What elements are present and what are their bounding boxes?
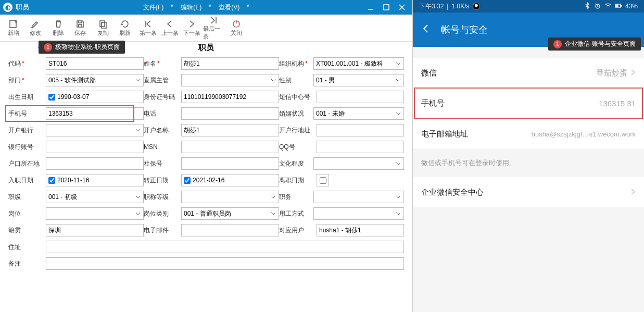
close-button[interactable] [395, 2, 409, 13]
close-form-button[interactable]: 关闭 [226, 17, 247, 40]
label-leavedate: 离职日期 [279, 176, 317, 185]
input-acctname[interactable] [181, 124, 279, 136]
label-smscenter: 短信中心号 [279, 93, 317, 102]
item-security[interactable]: 企业微信安全中心 [413, 177, 644, 207]
input-phone[interactable] [46, 107, 144, 120]
edit-button[interactable]: 修改 [25, 17, 46, 40]
input-user[interactable] [317, 224, 404, 236]
checkbox-leave[interactable] [320, 177, 326, 184]
menu-file-arrow: ▾ [171, 3, 173, 12]
next-button[interactable]: 下一条 [181, 17, 202, 40]
input-hukou[interactable] [46, 157, 144, 170]
alarm-icon [594, 2, 601, 11]
input-code[interactable] [46, 57, 144, 70]
chevron-right-icon [630, 69, 636, 78]
date-leave[interactable] [317, 174, 329, 186]
mobile-list-2: 企业微信安全中心 [413, 177, 644, 207]
save-button[interactable]: 保存 [70, 17, 91, 40]
date-birth[interactable]: 1990-03-07 [46, 91, 144, 103]
label-msn: MSN [144, 143, 181, 151]
maximize-button[interactable] [379, 2, 394, 13]
copy-button[interactable]: 复制 [93, 17, 113, 40]
label-ssn: 社保号 [144, 159, 181, 168]
label-remark: 备注 [8, 259, 46, 268]
input-msn[interactable] [181, 141, 279, 153]
input-idno[interactable] [181, 91, 279, 103]
menu-view-arrow: ▾ [247, 3, 249, 12]
window-title: 职员 [16, 3, 29, 12]
menu-file[interactable]: 文件(F) [143, 3, 163, 12]
prev-button[interactable]: 上一条 [159, 17, 180, 40]
checkbox-reg[interactable] [184, 177, 191, 184]
date-hire[interactable]: 2020-11-16 [46, 174, 144, 186]
label-org: 组织机构* [279, 59, 313, 68]
status-time: 下午3:32 [419, 2, 444, 11]
date-reg[interactable]: 2021-02-16 [181, 174, 279, 186]
input-address[interactable] [46, 241, 404, 253]
toolbar: 新增 修改 删除 保存 复制 刷新 第一条 上一条 下一条 最后一条 关闭 [0, 15, 412, 42]
menu-edit-arrow: ▾ [209, 3, 211, 12]
back-button[interactable] [420, 23, 432, 36]
select-edu[interactable] [313, 157, 404, 170]
status-sep: | [447, 3, 448, 10]
select-employtype[interactable] [313, 207, 404, 220]
qq-icon [473, 3, 480, 10]
svg-rect-16 [616, 5, 618, 7]
select-posttype[interactable] [181, 207, 279, 220]
battery-icon [615, 2, 622, 11]
label-email: 电子邮件 [144, 226, 181, 235]
label-marital: 婚姻状况 [279, 109, 313, 118]
input-smscenter[interactable] [317, 91, 404, 103]
label-native: 籍贯 [8, 226, 46, 235]
first-button[interactable]: 第一条 [137, 17, 158, 40]
app-icon: ◐ [3, 3, 12, 12]
input-remark[interactable] [46, 257, 404, 270]
select-dept[interactable] [46, 74, 144, 86]
label-post: 岗位 [8, 209, 46, 218]
select-org[interactable] [313, 57, 404, 70]
input-tel[interactable] [181, 107, 279, 120]
select-post[interactable] [46, 207, 144, 220]
menu-edit[interactable]: 编辑(E) [181, 3, 201, 12]
item-phone[interactable]: 手机号 136315 31 [413, 89, 644, 119]
input-email[interactable] [181, 224, 279, 236]
item-weixin[interactable]: 微信 番茄炒蛋 [413, 58, 644, 89]
last-button[interactable]: 最后一条 [203, 17, 224, 40]
item-email[interactable]: 电子邮箱地址 husha@szsjzkjgf…s1.wecom.work [413, 119, 644, 149]
select-title[interactable] [181, 191, 279, 203]
annotation-left: 极致物业系统-职员页面 [39, 41, 125, 54]
refresh-button[interactable]: 刷新 [115, 17, 135, 40]
mobile-title: 帐号与安全 [441, 23, 488, 36]
select-marital[interactable] [313, 107, 404, 120]
label-acctname: 开户名称 [144, 126, 181, 135]
minimize-button[interactable] [363, 2, 378, 13]
input-bankacct[interactable] [46, 141, 144, 153]
svg-rect-1 [384, 5, 389, 10]
input-name[interactable] [181, 57, 279, 70]
desktop-app-window: ◐ 职员 文件(F) ▾ 编辑(E) ▾ 查看(V) ▾ 新增 修改 删除 保存… [0, 0, 413, 312]
select-manager[interactable] [181, 74, 279, 86]
checkbox-birth[interactable] [48, 94, 55, 101]
new-button[interactable]: 新增 [3, 17, 24, 40]
input-bankaddr[interactable] [317, 124, 404, 136]
delete-button[interactable]: 删除 [48, 17, 69, 40]
checkbox-hire[interactable] [48, 177, 55, 184]
input-native[interactable] [46, 224, 144, 236]
mobile-list-1: 微信 番茄炒蛋 手机号 136315 31 电子邮箱地址 husha@szsjz… [413, 58, 644, 149]
label-birth: 出生日期 [8, 93, 46, 102]
chevron-right-icon [630, 188, 636, 197]
label-idno: 身份证号码 [144, 93, 181, 102]
select-rank[interactable] [46, 191, 144, 203]
label-hukou: 户口所在地 [8, 159, 46, 168]
select-bank[interactable] [46, 124, 144, 136]
annotation-right: 企业微信-账号与安全页面 [548, 38, 641, 51]
select-gender[interactable] [313, 74, 404, 86]
menu-view[interactable]: 查看(V) [219, 3, 239, 12]
input-qq[interactable] [317, 141, 404, 153]
svg-rect-15 [621, 5, 622, 6]
select-duty[interactable] [313, 191, 404, 203]
label-title: 职称等级 [144, 193, 181, 202]
label-phone: 手机号 [8, 109, 46, 118]
label-name: 姓名* [144, 59, 181, 68]
input-ssn[interactable] [181, 157, 279, 170]
